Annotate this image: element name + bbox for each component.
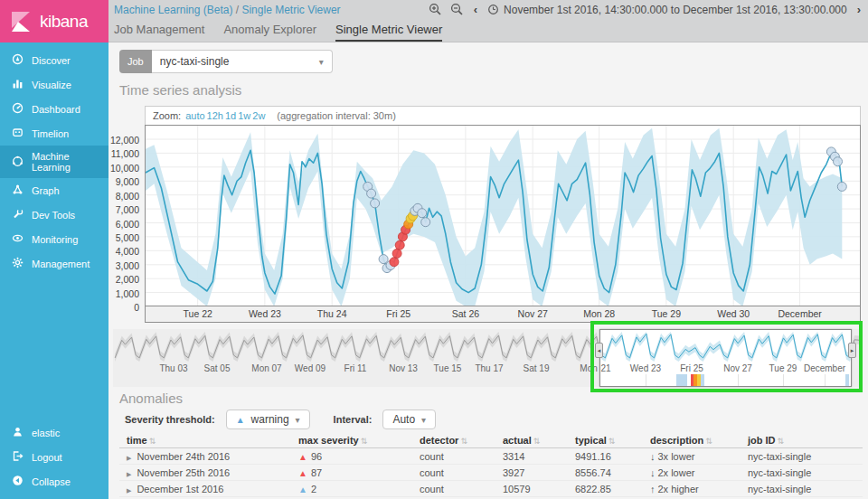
severity-triangle-icon: ▲: [298, 485, 307, 494]
zoom-out-icon[interactable]: [450, 3, 464, 16]
navigator-tick-label: Tue 15: [434, 363, 462, 373]
navigator-tick-label: Wed 23: [630, 363, 661, 373]
sidebar-footer-elastic[interactable]: elastic: [0, 420, 108, 445]
anomaly-marker[interactable]: [367, 189, 376, 198]
zoom-link-1d[interactable]: 1d: [225, 110, 236, 121]
zoom-link-12h[interactable]: 12h: [207, 110, 223, 121]
anomalies-table-body: ▶November 24th 2016▲96count33149491.16↓3…: [119, 448, 863, 497]
swimlane-gridline: [783, 374, 784, 387]
severity-threshold-select[interactable]: ▲ warning ▾: [226, 410, 310, 429]
sidebar-footer-logout[interactable]: Logout: [0, 445, 108, 469]
time-prev-chevron[interactable]: ‹: [472, 3, 479, 16]
cell-time: ▶December 1st 2016: [127, 484, 298, 494]
time-range-picker[interactable]: November 1st 2016, 14:30:00.000 to Decem…: [487, 4, 847, 16]
anomaly-marker[interactable]: [379, 255, 388, 264]
zoom-link-2w[interactable]: 2w: [252, 110, 265, 121]
swimlane-anomaly-bar[interactable]: [693, 374, 697, 387]
anomaly-marker[interactable]: [418, 209, 427, 218]
sidebar-item-dev-tools[interactable]: Dev Tools: [0, 202, 108, 227]
machine-learning-icon: [12, 155, 24, 169]
sidebar-item-label: Visualize: [32, 80, 71, 90]
column-header-time[interactable]: time⇅: [127, 435, 298, 446]
sort-icon: ⇅: [778, 437, 785, 446]
zoom-link-1w[interactable]: 1w: [238, 110, 250, 121]
sidebar-item-visualize[interactable]: Visualize: [0, 72, 108, 97]
job-select[interactable]: nyc-taxi-single ▾: [152, 50, 333, 73]
sidebar-item-discover[interactable]: Discover: [0, 48, 108, 72]
tab-anomaly-explorer[interactable]: Anomaly Explorer: [223, 19, 316, 42]
cell-actual: 10579: [503, 484, 575, 494]
column-header-typical[interactable]: typical⇅: [575, 435, 650, 446]
logout-icon: [12, 450, 24, 464]
column-header-actual[interactable]: actual⇅: [503, 435, 575, 446]
y-tick-label: 10,000: [108, 163, 139, 174]
swimlane-anomaly-bar[interactable]: [845, 374, 849, 387]
sidebar-footer-label: Logout: [32, 452, 62, 463]
y-tick-label: 7,000: [108, 204, 139, 215]
sidebar-item-graph[interactable]: Graph: [0, 178, 108, 202]
x-axis: Tue 22Wed 23Thu 24Fri 25Sat 26Nov 27Mon …: [146, 306, 860, 322]
y-tick-label: 1,000: [108, 288, 139, 299]
anomaly-marker[interactable]: [834, 157, 843, 166]
top-bar: Machine Learning (Beta) / Single Metric …: [108, 0, 868, 42]
cell-job-id: nyc-taxi-single: [748, 451, 863, 462]
navigator-tick-label: Nov 27: [723, 363, 752, 373]
anomaly-table-row[interactable]: ▶December 1st 2016▲2count105796822.85↑2x…: [119, 481, 863, 497]
tab-single-metric-viewer[interactable]: Single Metric Viewer: [335, 19, 442, 42]
zoom-in-icon[interactable]: [429, 3, 442, 16]
sidebar-item-management[interactable]: Management: [0, 251, 108, 276]
anomaly-marker[interactable]: [837, 182, 846, 191]
breadcrumb-page-link[interactable]: Single Metric Viewer: [241, 4, 340, 16]
column-header-max-severity[interactable]: max severity⇅: [298, 435, 420, 446]
swimlane-anomaly-bar[interactable]: [684, 374, 687, 387]
severity-triangle-icon: ▲: [298, 452, 307, 462]
selection-left-handle[interactable]: ◂: [595, 343, 603, 358]
sidebar-item-label: Discover: [32, 55, 71, 66]
sidebar-item-dashboard[interactable]: Dashboard: [0, 97, 108, 121]
column-header-job-id[interactable]: job ID⇅: [748, 435, 863, 446]
y-tick-label: 4,000: [108, 246, 139, 257]
navigator-selection[interactable]: Thu 03Sat 05Mon 07Wed 09Fri 11Nov 13Tue …: [599, 329, 852, 387]
swimlane-anomaly-bar[interactable]: [701, 374, 704, 387]
anomaly-table-row[interactable]: ▶November 25th 2016▲87count39278556.74↓2…: [119, 465, 863, 481]
interval-select[interactable]: Auto ▾: [382, 410, 436, 429]
zoom-link-auto[interactable]: auto: [185, 110, 204, 121]
navigator-tick-label: Thu 17: [475, 363, 503, 373]
navigator-tick-label: Nov 13: [389, 363, 418, 373]
anomaly-marker[interactable]: [392, 249, 401, 258]
anomalies-table: time⇅max severity⇅detector⇅actual⇅typica…: [119, 433, 863, 497]
swimlane-anomaly-bar[interactable]: [680, 374, 684, 387]
kibana-logo[interactable]: kibana: [0, 0, 108, 42]
warning-triangle-icon: ▲: [236, 415, 245, 425]
anomaly-table-row[interactable]: ▶November 24th 2016▲96count33149491.16↓3…: [119, 448, 863, 465]
column-header-detector[interactable]: detector⇅: [420, 435, 503, 446]
monitoring-icon: [12, 232, 24, 246]
expand-row-icon[interactable]: ▶: [127, 471, 131, 477]
x-tick-label: December: [778, 308, 821, 319]
column-header-description[interactable]: description⇅: [650, 435, 748, 446]
dev-tools-icon: [12, 208, 24, 221]
navigator-selection-labels: Thu 03Sat 05Mon 07Wed 09Fri 11Nov 13Tue …: [599, 363, 852, 374]
selection-right-handle[interactable]: ▸: [848, 343, 856, 358]
sidebar-item-monitoring[interactable]: Monitoring: [0, 227, 108, 251]
breadcrumb-section-link[interactable]: Machine Learning (Beta): [114, 4, 232, 16]
sidebar-item-timelion[interactable]: Timelion: [0, 121, 108, 146]
timeseries-navigator[interactable]: Thu 03Sat 05Mon 07Wed 09Fri 11Nov 13Tue …: [113, 329, 861, 387]
swimlane-anomaly-bar[interactable]: [676, 374, 680, 387]
anomaly-marker[interactable]: [371, 199, 380, 208]
time-next-chevron[interactable]: ›: [855, 3, 863, 16]
expand-row-icon[interactable]: ▶: [127, 487, 131, 494]
anomaly-marker[interactable]: [390, 258, 399, 267]
navigator-tick-label: Thu 03: [159, 363, 187, 373]
sidebar-footer-collapse[interactable]: Collapse: [0, 469, 108, 494]
anomaly-marker[interactable]: [395, 240, 404, 250]
navigator-tick-label: Wed 09: [295, 363, 326, 373]
timeseries-chart[interactable]: [146, 126, 860, 306]
swimlane-anomaly-bar[interactable]: [697, 374, 701, 387]
anomaly-marker[interactable]: [421, 218, 430, 227]
sidebar-item-machine-learning[interactable]: Machine Learning: [0, 146, 108, 178]
tab-job-management[interactable]: Job Management: [114, 19, 204, 42]
discover-icon: [12, 53, 24, 67]
expand-row-icon[interactable]: ▶: [127, 455, 131, 461]
navigator-tick-label: Sat 05: [204, 363, 231, 373]
